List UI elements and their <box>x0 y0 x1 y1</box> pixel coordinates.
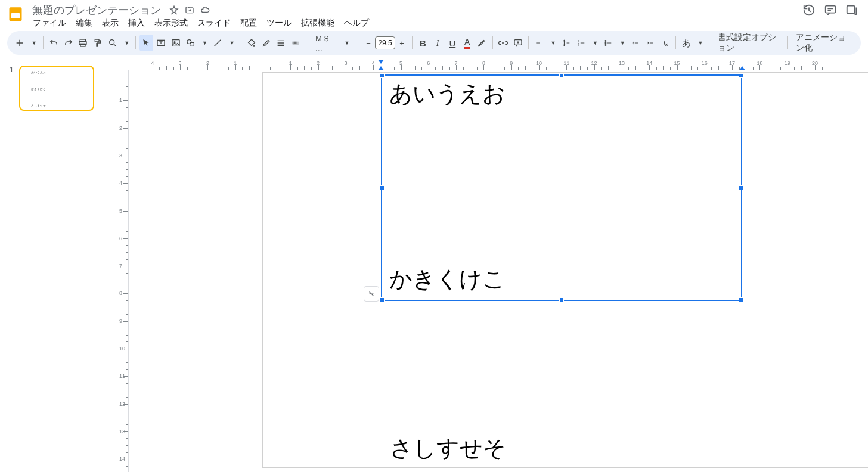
svg-point-11 <box>187 40 191 44</box>
svg-point-17 <box>605 41 606 42</box>
font-family-selector[interactable]: ＭＳ …▼ <box>310 33 354 53</box>
menu-format[interactable]: 表示形式 <box>150 17 192 30</box>
border-color-button[interactable] <box>259 35 273 51</box>
svg-rect-1 <box>11 13 20 18</box>
menu-edit[interactable]: 編集 <box>72 17 97 30</box>
toolbar: ▼ ▼ ▼ ▼ ＭＳ …▼ − + B I U A ▼ 123 ▼ ▼ あ ▼ … <box>7 31 861 55</box>
new-slide-button[interactable] <box>13 35 27 51</box>
svg-rect-9 <box>172 40 179 46</box>
textbox-button[interactable] <box>154 35 168 51</box>
svg-text:3: 3 <box>578 44 579 46</box>
line-button[interactable] <box>211 35 225 51</box>
font-name-label: ＭＳ … <box>315 33 332 53</box>
menu-extensions[interactable]: 拡張機能 <box>297 17 339 30</box>
border-weight-button[interactable] <box>274 35 288 51</box>
align-button[interactable] <box>532 35 546 51</box>
line-spacing-button[interactable] <box>559 35 573 51</box>
bulleted-list-button[interactable] <box>602 35 615 51</box>
svg-point-19 <box>605 45 606 46</box>
menu-slide[interactable]: スライド <box>193 17 235 30</box>
plaintext-3[interactable]: さしすせそ <box>390 433 506 464</box>
shape-dropdown[interactable]: ▼ <box>199 40 210 46</box>
redo-button[interactable] <box>61 35 75 51</box>
svg-point-7 <box>110 40 114 45</box>
insert-comment-button[interactable] <box>511 35 525 51</box>
comments-icon[interactable] <box>824 4 837 17</box>
align-dropdown[interactable]: ▼ <box>547 40 559 46</box>
textbox-line-2[interactable]: かきくけこ <box>389 265 506 294</box>
shape-button[interactable] <box>184 35 197 51</box>
format-options-button[interactable]: 書式設定オプション <box>713 31 783 55</box>
menu-tools[interactable]: ツール <box>262 17 296 30</box>
present-icon[interactable] <box>845 4 858 17</box>
svg-rect-2 <box>826 6 836 13</box>
menu-help[interactable]: ヘルプ <box>340 17 373 30</box>
print-button[interactable] <box>76 35 90 51</box>
horizontal-ruler[interactable]: 43211234567891011121314151617181920 <box>129 60 868 70</box>
numbered-list-dropdown[interactable]: ▼ <box>589 40 600 46</box>
animate-button[interactable]: アニメーション化 <box>791 31 855 55</box>
svg-point-18 <box>605 42 606 44</box>
input-method-dropdown[interactable]: ▼ <box>694 40 705 46</box>
paint-format-button[interactable] <box>91 35 105 51</box>
slide-thumbnail-1[interactable]: あいうえお かきくけこ さしすせそ <box>19 66 94 111</box>
vertical-ruler[interactable]: 1234567891011121314 <box>118 70 129 472</box>
image-button[interactable] <box>169 35 182 51</box>
font-size-increase[interactable]: + <box>395 36 408 49</box>
insert-link-button[interactable] <box>496 35 510 51</box>
history-icon[interactable] <box>802 4 816 17</box>
slide-thumbnail-panel: 1 あいうえお かきくけこ さしすせそ <box>0 60 105 472</box>
star-icon[interactable] <box>169 5 179 15</box>
text-color-button[interactable]: A <box>460 35 474 51</box>
document-title[interactable]: 無題のプレゼンテーション <box>29 2 165 18</box>
numbered-list-button[interactable]: 123 <box>574 35 588 51</box>
textbox-line-1[interactable]: あいうえお <box>389 79 734 109</box>
increase-indent-button[interactable] <box>643 35 657 51</box>
app-logo[interactable] <box>5 4 26 25</box>
fill-color-button[interactable] <box>244 35 258 51</box>
undo-button[interactable] <box>46 35 60 51</box>
bold-button[interactable]: B <box>416 35 430 51</box>
line-dropdown[interactable]: ▼ <box>226 40 237 46</box>
slide-canvas[interactable]: あいうえお かきくけこ さしすせそ <box>263 73 868 467</box>
font-size-input[interactable] <box>375 36 395 49</box>
select-tool-button[interactable] <box>140 35 153 51</box>
selected-textbox[interactable]: あいうえお かきくけこ <box>381 74 742 301</box>
svg-rect-3 <box>847 6 855 14</box>
underline-button[interactable]: U <box>445 35 459 51</box>
highlight-button[interactable] <box>475 35 489 51</box>
menu-arrange[interactable]: 配置 <box>236 17 261 30</box>
new-slide-dropdown[interactable]: ▼ <box>28 40 39 46</box>
border-dash-button[interactable] <box>289 35 303 51</box>
autofit-badge-icon[interactable] <box>364 286 379 302</box>
italic-button[interactable]: I <box>431 35 445 51</box>
move-folder-icon[interactable] <box>185 5 194 15</box>
decrease-indent-button[interactable] <box>629 35 643 51</box>
clear-formatting-button[interactable] <box>658 35 672 51</box>
font-size-decrease[interactable]: − <box>362 36 375 49</box>
zoom-button[interactable] <box>106 35 119 51</box>
menu-bar: ファイル 編集 表示 挿入 表示形式 スライド 配置 ツール 拡張機能 ヘルプ <box>29 17 802 30</box>
bulleted-list-dropdown[interactable]: ▼ <box>616 40 628 46</box>
thumbnail-number: 1 <box>10 66 16 111</box>
cloud-status-icon[interactable] <box>200 5 210 15</box>
menu-file[interactable]: ファイル <box>29 17 70 30</box>
menu-insert[interactable]: 挿入 <box>124 17 149 30</box>
menu-view[interactable]: 表示 <box>98 17 123 30</box>
zoom-dropdown[interactable]: ▼ <box>120 40 132 46</box>
input-method-button[interactable]: あ <box>680 35 693 51</box>
